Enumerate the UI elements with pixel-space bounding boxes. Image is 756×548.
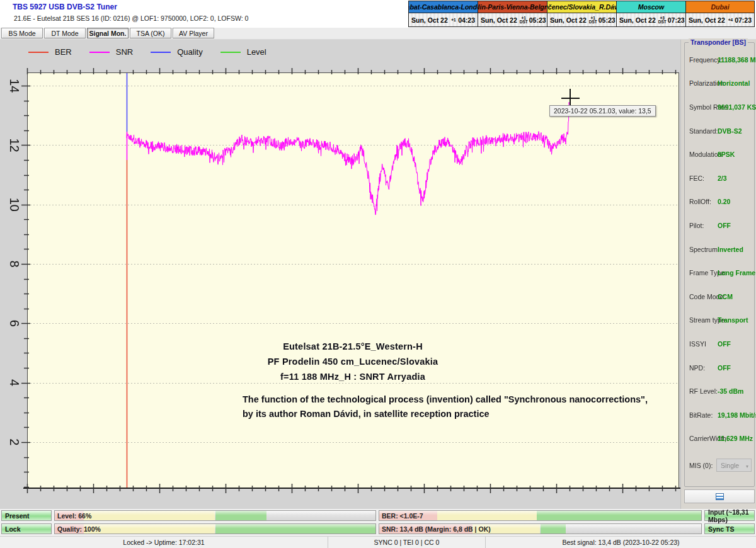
transponder-field-row: FEC: 2/3 [685,166,754,190]
clock-time: 05:23 [598,16,616,24]
field-label: Pilot: [689,222,704,229]
clock-time-row: Sun, Oct 22 +1 04:23 [409,13,478,26]
transponder-field-row: RF Level: -35 dBm [685,379,754,403]
transponder-groupbox: Transponder [BS] Frequency: 11188,368 MH… [684,42,755,487]
mode-tab[interactable]: DT Mode [44,28,86,38]
clock-utc-offset: +1DST [520,16,528,24]
field-value: OFF [718,364,731,372]
mis-label: MIS (0): [689,462,713,469]
mis-dropdown[interactable]: Single ▾ [716,459,752,472]
legend-line-swatch [220,52,241,53]
syncts-status-box: Sync TS [704,523,755,534]
crosshair-cursor [570,89,571,107]
legend-item: BER [28,47,72,57]
field-value: 11188,368 MHz [718,56,756,64]
legend-label: Level [247,47,266,57]
mode-tab[interactable]: AV Player [173,28,214,38]
field-label: Standard: [689,127,718,135]
clock-time-row: Sun, Oct 22 +1DST 05:23 [478,13,547,26]
clock-time: 07:23 [668,16,685,24]
transponder-field-row: Spectrum: Inverted [685,237,754,261]
transponder-field-row: Code Mode: CCM [685,285,754,309]
app-title: TBS 5927 USB DVB-S2 Tuner [13,3,117,11]
clock-time-row: Sun, Oct 22 +3DST 07:23 [617,13,685,26]
mode-tab[interactable]: BS Mode [1,28,43,38]
clock-date: Sun, Oct 22 [411,16,448,24]
field-value: 19,198 Mbit/s [718,411,756,419]
list-icon [716,493,724,500]
clock-cell: Dubai Sun, Oct 22 +4 07:23 [686,1,754,26]
clock-cell: Berlin-Paris-Vienna-Belgrade Sun, Oct 22… [478,1,547,26]
legend-item: SNR [89,47,133,57]
transponder-field-row: Standard: DVB-S2 [685,119,754,143]
level-meter: Level: 66% [54,510,376,521]
clock-date: Sun, Oct 22 [689,16,725,24]
snr-trend-chart[interactable] [0,65,680,509]
tuner-subtitle: 21.6E - Eutelsat 21B SES 16 (ID: 0216) @… [14,14,248,22]
field-label: Spectrum: [689,246,719,253]
legend-label: SNR [116,47,133,57]
clock-city-label: Moscow [617,1,685,13]
clock-utc-offset: +1DST [589,16,597,24]
field-value: OFF [718,340,731,348]
field-label: ISSYI [689,340,706,348]
chart-annotation-caption: The function of the technological proces… [243,392,665,421]
legend-item: Level [220,47,266,57]
field-label: BitRate: [689,411,713,419]
transponder-field-row: Stream type: Transport [685,309,754,333]
mode-tab[interactable]: Signal Mon. [87,28,129,38]
status-lock-uptime: Locked -> Uptime: 17:02:31 [0,537,328,548]
field-value: DVB-S2 [718,127,742,135]
clock-date: Sun, Oct 22 [481,16,517,24]
status-bar: Locked -> Uptime: 17:02:31 SYNC 0 | TEI … [0,536,756,548]
clock-utc-offset: +4 [728,18,733,22]
transponder-list-button[interactable] [684,489,755,503]
mis-row: MIS (0): Single ▾ [685,458,754,473]
chevron-down-icon: ▾ [746,464,748,469]
chart-legend: BER SNR Quality Level [28,47,284,57]
clock-date: Sun, Oct 22 [550,16,587,24]
field-value: 9691,037 KS/s [718,103,756,111]
window-header: TBS 5927 USB DVB-S2 Tuner 21.6E - Eutels… [0,0,756,28]
clock-cell: Lučenec/Slovakia_R.Dávid Sun, Oct 22 +1D… [547,1,617,26]
transponder-field-row: RollOff: 0.20 [685,190,754,214]
clock-time-row: Sun, Oct 22 +1DST 05:23 [547,13,616,26]
snr-meter: SNR: 13,4 dB (Margin: 6,8 dB | OK) [379,523,702,534]
transponder-group-title: Transponder [BS] [689,38,748,46]
clock-time: 04:23 [458,16,475,24]
field-label: FEC: [689,174,704,182]
clock-city-label: Rabat-Casablanca-London [409,1,478,13]
lock-status-box: Lock [1,523,52,534]
status-sync-counters: SYNC 0 | TEI 0 | CC 0 [328,537,485,548]
legend-line-swatch [151,52,171,53]
clock-cell: Moscow Sun, Oct 22 +3DST 07:23 [617,1,686,26]
chart-annotation-title: Eutelsat 21B-21.5°E_Western-H PF Prodeli… [176,339,529,384]
clock-city-label: Dubai [686,1,754,13]
mode-tabbar: BS Mode DT Mode Signal Mon. TSA (OK) AV … [0,28,756,40]
field-value: -35 dBm [718,387,743,395]
transponder-field-row: ISSYI OFF [685,332,754,356]
clock-cell: Rabat-Casablanca-London Sun, Oct 22 +1 0… [409,1,478,26]
transponder-field-row: BitRate: 19,198 Mbit/s [685,403,754,427]
quality-meter: Quality: 100% [54,523,376,534]
transponder-field-row: Frame Type: Long Frame [685,261,754,285]
transponder-field-row: Frequency: 11188,368 MHz [685,48,754,72]
clock-city-label: Lučenec/Slovakia_R.Dávid [547,1,616,13]
field-label: RF Level: [689,387,718,395]
clock-time-row: Sun, Oct 22 +4 07:23 [686,13,754,26]
input-status-box: Input (~18,31 Mbps) [704,510,755,521]
clock-utc-offset: +1 [450,18,457,22]
transponder-panel: Transponder [BS] Frequency: 11188,368 MH… [680,40,756,509]
status-best-signal: Best signal: 13,4 dB (2023-10-22 05:23) [485,537,756,548]
legend-line-swatch [28,52,49,53]
field-label: RollOff: [689,198,711,205]
mode-tab[interactable]: TSA (OK) [130,28,171,38]
field-value: Horizontal [718,79,750,87]
ber-meter: BER: <1.0E-7 [379,510,702,521]
field-value: 11,629 MHz [718,435,753,442]
chart-value-tooltip: 2023-10-22 05.21.03, value: 13,5 [549,105,656,117]
transponder-field-row: Modulation: 8PSK [685,142,754,166]
signal-monitor-panel: BER SNR Quality Level Eutelsat 21B-21.5°… [0,40,680,509]
field-value: Inverted [718,246,743,253]
field-value: CCM [718,293,733,300]
